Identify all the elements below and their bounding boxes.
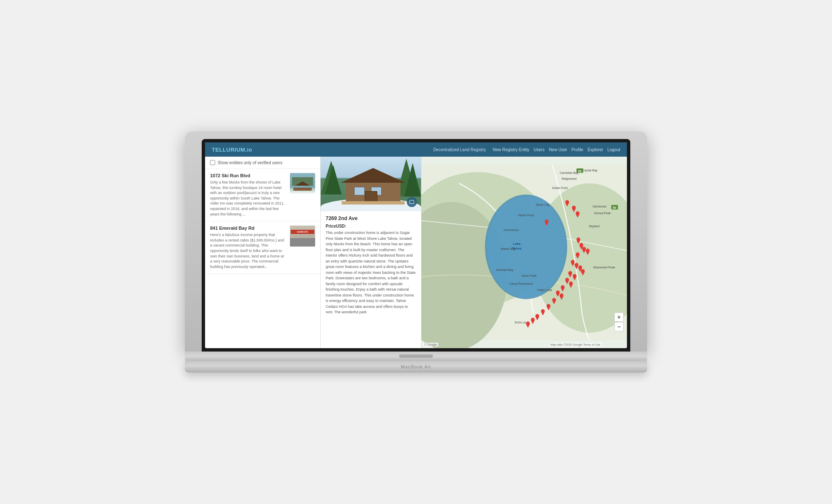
map-svg: Lake Tahoe Crystal Bay Carnelian Bay Rid… (421, 157, 627, 348)
nav-new-user[interactable]: New User (549, 147, 567, 152)
verified-filter-checkbox[interactable] (210, 160, 215, 165)
svg-text:Monument Peak: Monument Peak (593, 266, 615, 269)
nav-new-registry[interactable]: New Registry Entity (493, 147, 529, 152)
map-panel: Lake Tahoe Crystal Bay Carnelian Bay Rid… (421, 157, 627, 348)
svg-text:Carnelian Bay: Carnelian Bay (560, 171, 579, 175)
laptop-frame: TELLURIUM.io Decentralized Land Registry… (185, 131, 647, 373)
svg-text:Fallen Leaf: Fallen Leaf (537, 289, 552, 292)
cabin-scene (321, 157, 421, 211)
laptop-bottom-bar (185, 352, 647, 361)
svg-text:Genoa Peak: Genoa Peak (594, 212, 611, 215)
detail-action-icon[interactable] (407, 197, 417, 207)
left-panel: Show entities only of verified users 107… (205, 157, 321, 348)
property-detail: 7269 2nd Ave PriceUSD: This under constr… (321, 211, 421, 320)
navbar: TELLURIUM.io Decentralized Land Registry… (205, 142, 627, 157)
property-image (290, 173, 315, 194)
map-terms: Map data ©2020 Google Terms of Use (549, 343, 602, 346)
property-info: 841 Emerald Bay Rd Here's a fabulous inc… (210, 226, 287, 269)
property-info: 1072 Ski Run Blvd Only a few blocks from… (210, 173, 287, 217)
svg-text:Crystal Bay: Crystal Bay (582, 169, 598, 172)
screen-bezel: TELLURIUM.io Decentralized Land Registry… (202, 139, 630, 352)
list-item[interactable]: 1072 Ski Run Blvd Only a few blocks from… (205, 169, 320, 221)
macbook-label: MacBook Air (401, 364, 432, 369)
svg-text:Homewood: Homewood (504, 228, 519, 232)
detail-description: This under construction home is adjacent… (326, 230, 416, 315)
property-title: 1072 Ski Run Blvd (210, 173, 287, 178)
svg-text:Tahoe Pines: Tahoe Pines (518, 214, 534, 217)
brand-prefix: TELLURIUM (212, 147, 245, 153)
navbar-center-label: Decentralized Land Registry (433, 147, 486, 152)
brand-suffix: .io (245, 147, 253, 153)
zoom-out-button[interactable]: − (614, 322, 624, 331)
detail-title: 7269 2nd Ave (326, 215, 416, 221)
nav-explorer[interactable]: Explorer (587, 147, 603, 152)
property-hero-image (321, 157, 421, 211)
property-list: 1072 Ski Run Blvd Only a few blocks from… (205, 169, 320, 348)
zoom-in-button[interactable]: + (614, 312, 624, 322)
property-desc: Only a few blocks from the shores of Lak… (210, 180, 287, 217)
svg-text:50: 50 (613, 206, 616, 210)
nav-users[interactable]: Users (534, 147, 545, 152)
brand: TELLURIUM.io (212, 147, 252, 153)
price-label: PriceUSD: (326, 224, 416, 228)
svg-text:Emerald Bay: Emerald Bay (496, 268, 513, 272)
svg-text:Meeks Bay: Meeks Bay (500, 247, 516, 251)
svg-text:28: 28 (578, 170, 582, 173)
map-attribution: © Google (423, 343, 438, 346)
property-title: 841 Emerald Bay Rd (210, 226, 287, 231)
svg-text:Ridgewood: Ridgewood (561, 177, 577, 181)
screen: TELLURIUM.io Decentralized Land Registry… (205, 142, 627, 348)
map-zoom-controls: + − (614, 312, 624, 331)
navbar-links: New Registry Entity Users New User Profi… (493, 147, 620, 152)
svg-text:Dicks Peak: Dicks Peak (521, 274, 537, 278)
trackpad-notch (399, 354, 433, 358)
laptop-body: TELLURIUM.io Decentralized Land Registry… (185, 131, 647, 352)
svg-text:Lake: Lake (513, 242, 521, 246)
svg-text:Echo La.: Echo La. (515, 321, 527, 324)
svg-text:Glenbrook: Glenbrook (592, 205, 606, 208)
nav-logout[interactable]: Logout (607, 147, 620, 152)
svg-text:Camp Richardson: Camp Richardson (509, 282, 533, 286)
content-area: Show entities only of verified users 107… (205, 157, 627, 348)
app-wrapper: TELLURIUM.io Decentralized Land Registry… (205, 142, 627, 348)
nav-profile[interactable]: Profile (571, 147, 583, 152)
map-background: Lake Tahoe Crystal Bay Carnelian Bay Rid… (421, 157, 627, 348)
svg-text:Tahoe City: Tahoe City (535, 203, 550, 207)
svg-text:Dollar Point: Dollar Point (552, 186, 568, 190)
filter-row: Show entities only of verified users (205, 157, 320, 169)
middle-panel: 7269 2nd Ave PriceUSD: This under constr… (321, 157, 421, 348)
laptop-base: MacBook Air (185, 361, 647, 373)
svg-text:Skyland: Skyland (589, 225, 599, 228)
property-desc: Here's a fabulous income property that i… (210, 232, 287, 269)
property-image: HAIRCUTS (290, 226, 315, 247)
svg-rect-0 (410, 200, 414, 204)
verified-filter-label: Show entities only of verified users (218, 160, 282, 165)
list-item[interactable]: 841 Emerald Bay Rd Here's a fabulous inc… (205, 221, 320, 274)
